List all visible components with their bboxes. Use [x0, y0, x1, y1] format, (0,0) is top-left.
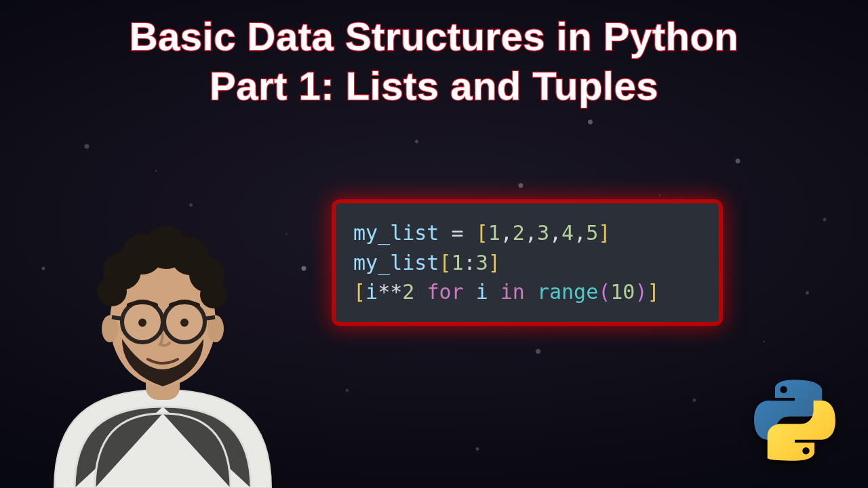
presenter-photo: [27, 197, 298, 488]
code-line-2: my_list[1:3]: [353, 248, 701, 278]
svg-point-8: [200, 281, 227, 308]
python-logo-icon: [754, 380, 835, 461]
svg-point-16: [180, 319, 189, 327]
code-line-1: my_list = [1,2,3,4,5]: [353, 218, 701, 248]
title-block: Basic Data Structures in Python Part 1: …: [0, 12, 868, 110]
svg-point-9: [115, 247, 142, 274]
code-line-3: [i**2 for i in range(10)]: [353, 277, 701, 307]
code-snippet-panel: my_list = [1,2,3,4,5]my_list[1:3][i**2 f…: [336, 203, 719, 322]
svg-point-7: [97, 277, 127, 306]
title-line-2: Part 1: Lists and Tuples: [0, 62, 868, 111]
svg-point-15: [138, 319, 146, 327]
title-line-1: Basic Data Structures in Python: [0, 12, 868, 62]
svg-point-10: [165, 235, 195, 264]
